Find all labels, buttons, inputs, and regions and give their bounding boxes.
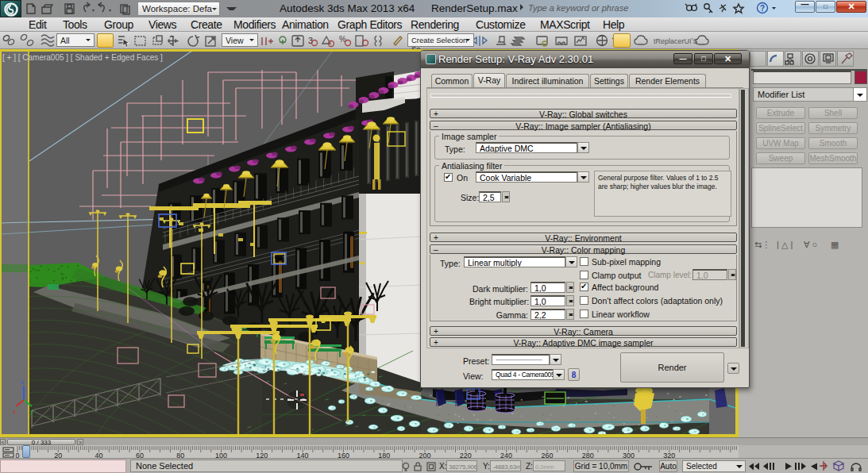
svg-text:320: 320 — [663, 452, 675, 460]
svg-text:180: 180 — [378, 452, 390, 460]
svg-text:280: 280 — [582, 452, 594, 460]
svg-text:z: z — [21, 379, 24, 386]
svg-text:240: 240 — [500, 452, 512, 460]
svg-text:260: 260 — [541, 452, 553, 460]
svg-text:y: y — [30, 408, 33, 415]
svg-text:[ + ] [ Camera005 ] [ Shaded +: [ + ] [ Camera005 ] [ Shaded + Edged Fac… — [2, 53, 163, 62]
svg-text:220: 220 — [460, 452, 472, 460]
svg-text:40: 40 — [95, 452, 103, 460]
svg-text:300: 300 — [623, 452, 635, 460]
svg-text:160: 160 — [338, 452, 349, 460]
svg-text:?: ? — [760, 4, 765, 13]
svg-text:80: 80 — [176, 452, 184, 460]
svg-text:140: 140 — [297, 452, 309, 460]
svg-text:200: 200 — [419, 452, 430, 460]
svg-text:120: 120 — [256, 452, 268, 460]
svg-text:20: 20 — [54, 452, 62, 460]
svg-text:60: 60 — [136, 452, 144, 460]
svg-text:x: x — [13, 408, 16, 415]
svg-text:100: 100 — [215, 452, 227, 460]
